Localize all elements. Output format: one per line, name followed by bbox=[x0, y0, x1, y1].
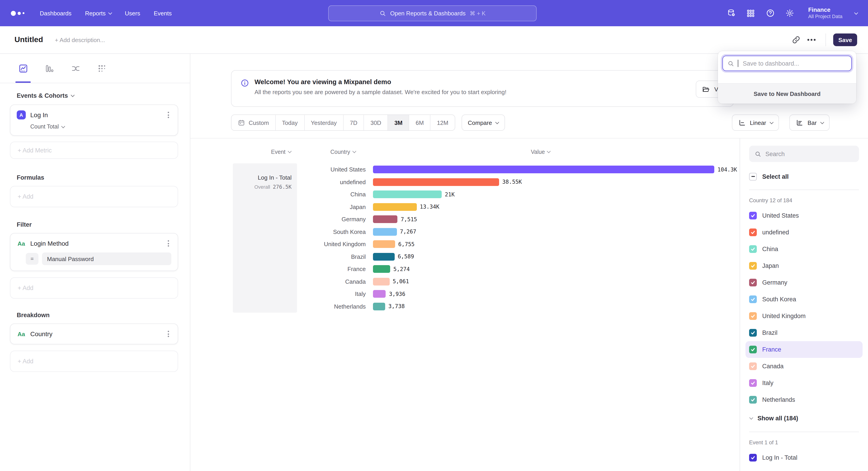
bar[interactable] bbox=[373, 290, 386, 298]
events-cohorts-header[interactable]: Events & Cohorts bbox=[17, 92, 178, 99]
bar[interactable] bbox=[373, 265, 390, 273]
column-header-value[interactable]: Value bbox=[370, 148, 711, 155]
help-icon[interactable] bbox=[766, 8, 775, 18]
report-title-bar: Untitled + Add description... Save bbox=[0, 26, 868, 54]
date-range-30d[interactable]: 30D bbox=[364, 115, 388, 130]
bar[interactable] bbox=[373, 166, 714, 174]
chart-type-dropdown[interactable]: Bar bbox=[789, 115, 830, 131]
country-filter-item[interactable]: South Korea bbox=[745, 291, 863, 308]
data-gear-icon[interactable] bbox=[727, 8, 736, 18]
date-range-3m[interactable]: 3M bbox=[388, 115, 409, 130]
date-range-today[interactable]: Today bbox=[276, 115, 305, 130]
bar[interactable] bbox=[373, 215, 398, 223]
filter-property-name[interactable]: Login Method bbox=[30, 240, 69, 247]
nav-users[interactable]: Users bbox=[125, 10, 140, 17]
nav-reports[interactable]: Reports bbox=[85, 10, 111, 17]
event-filter-item[interactable]: Log In - Total bbox=[745, 449, 863, 466]
bar[interactable] bbox=[373, 203, 416, 211]
country-filter-item[interactable]: Japan bbox=[745, 258, 863, 274]
checkbox-checked[interactable] bbox=[749, 346, 757, 353]
checkbox-checked[interactable] bbox=[749, 295, 757, 303]
date-range-custom[interactable]: Custom bbox=[231, 115, 276, 130]
checkbox-checked[interactable] bbox=[749, 229, 757, 236]
add-description[interactable]: + Add description... bbox=[55, 36, 105, 43]
bar[interactable] bbox=[373, 240, 395, 248]
date-range-12m[interactable]: 12M bbox=[431, 115, 455, 130]
mixpanel-logo-icon[interactable] bbox=[11, 11, 24, 16]
nav-dashboards[interactable]: Dashboards bbox=[40, 10, 71, 17]
country-filter-item[interactable]: Germany bbox=[745, 274, 863, 291]
filter-value[interactable]: Manual Password bbox=[42, 253, 171, 265]
compare-button[interactable]: Compare bbox=[462, 115, 505, 131]
bar[interactable] bbox=[373, 278, 390, 286]
add-breakdown-button[interactable]: + Add bbox=[10, 351, 178, 372]
copy-link-icon[interactable] bbox=[788, 33, 804, 46]
checkbox-checked[interactable] bbox=[749, 379, 757, 387]
filter-operator[interactable]: = bbox=[26, 253, 38, 265]
bar-value-label: 3,936 bbox=[389, 291, 405, 297]
add-metric-button[interactable]: + Add Metric bbox=[10, 142, 178, 159]
tab-funnels[interactable] bbox=[41, 54, 57, 83]
chart-scale-dropdown[interactable]: Linear bbox=[732, 115, 779, 131]
checkbox-checked[interactable] bbox=[749, 245, 757, 253]
column-header-event[interactable]: Event bbox=[190, 148, 297, 155]
legend-search-input[interactable]: Search bbox=[749, 146, 859, 162]
checkbox-indeterminate[interactable] bbox=[749, 173, 757, 180]
select-all-row[interactable]: Select all bbox=[749, 171, 859, 182]
country-filter-item[interactable]: United States bbox=[745, 207, 863, 224]
country-filter-item[interactable]: Netherlands bbox=[745, 391, 863, 408]
country-filter-item[interactable]: France bbox=[745, 341, 863, 358]
save-button[interactable]: Save bbox=[833, 33, 857, 46]
save-to-new-dashboard-button[interactable]: Save to New Dashboard bbox=[718, 83, 856, 104]
apps-grid-icon[interactable] bbox=[746, 8, 755, 18]
country-filter-item[interactable]: China bbox=[745, 241, 863, 258]
add-formula-button[interactable]: + Add bbox=[10, 186, 178, 207]
country-filter-item[interactable]: undefined bbox=[745, 224, 863, 241]
country-filter-item[interactable]: Canada bbox=[745, 358, 863, 375]
global-search-bar[interactable]: Open Reports & Dashboards ⌘ + K bbox=[328, 5, 537, 21]
checkbox-checked[interactable] bbox=[749, 279, 757, 286]
country-filter-item[interactable]: Italy bbox=[745, 375, 863, 391]
save-to-dashboard-input[interactable]: Save to dashboard... bbox=[722, 56, 852, 71]
project-switcher[interactable]: Finance All Project Data bbox=[808, 6, 842, 20]
checkbox-checked[interactable] bbox=[749, 212, 757, 219]
bar[interactable] bbox=[373, 191, 442, 198]
metric-card-log-in[interactable]: A Log In Count Total bbox=[10, 105, 178, 136]
date-range-yesterday[interactable]: Yesterday bbox=[305, 115, 344, 130]
tab-flows[interactable] bbox=[67, 54, 84, 83]
country-filter-item[interactable]: United Kingdom bbox=[745, 308, 863, 324]
bar[interactable] bbox=[373, 178, 499, 186]
bar[interactable] bbox=[373, 228, 397, 236]
bar[interactable] bbox=[373, 253, 395, 261]
date-range-7d[interactable]: 7D bbox=[344, 115, 364, 130]
more-options-button[interactable] bbox=[804, 33, 819, 46]
checkbox-checked[interactable] bbox=[749, 454, 757, 462]
date-range-6m[interactable]: 6M bbox=[409, 115, 431, 130]
tab-retention[interactable] bbox=[94, 54, 110, 83]
kebab-menu-icon[interactable] bbox=[165, 329, 171, 338]
country-filter-item[interactable]: Brazil bbox=[745, 324, 863, 341]
bar[interactable] bbox=[373, 303, 385, 311]
kebab-menu-icon[interactable] bbox=[165, 110, 171, 119]
breakdown-property-name[interactable]: Country bbox=[30, 330, 53, 337]
country-filter-list: United StatesundefinedChinaJapanGermanyS… bbox=[745, 207, 863, 408]
checkbox-checked[interactable] bbox=[749, 329, 757, 336]
checkbox-checked[interactable] bbox=[749, 362, 757, 370]
tab-insights[interactable] bbox=[15, 54, 31, 83]
checkbox-checked[interactable] bbox=[749, 396, 757, 404]
nav-events[interactable]: Events bbox=[154, 10, 172, 17]
checkbox-checked[interactable] bbox=[749, 312, 757, 320]
retention-icon bbox=[97, 64, 106, 73]
filter-card-login-method[interactable]: Aa Login Method = Manual Password bbox=[10, 233, 178, 271]
breakdown-card-country[interactable]: Aa Country bbox=[10, 324, 178, 344]
report-title[interactable]: Untitled bbox=[14, 35, 43, 45]
checkbox-checked[interactable] bbox=[749, 262, 757, 270]
settings-gear-icon[interactable] bbox=[785, 8, 794, 18]
add-filter-button[interactable]: + Add bbox=[10, 277, 178, 299]
kebab-menu-icon[interactable] bbox=[165, 239, 171, 248]
search-shortcut: ⌘ + K bbox=[470, 10, 486, 17]
event-name[interactable]: Log In bbox=[30, 111, 48, 119]
column-header-country[interactable]: Country bbox=[297, 148, 370, 155]
aggregation-selector[interactable]: Count Total bbox=[17, 123, 171, 130]
show-all-button[interactable]: Show all (184) bbox=[749, 410, 859, 426]
